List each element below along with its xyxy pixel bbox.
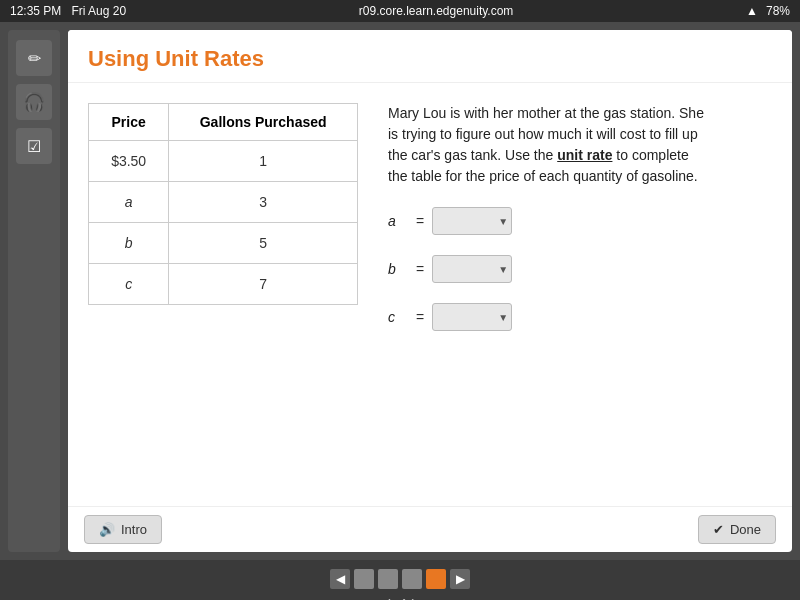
- price-table: Price Gallons Purchased $3.50 1 a 3: [88, 103, 358, 305]
- answer-row-a: a = $10.50 $7.00 $3.50: [388, 207, 772, 235]
- content-footer: 🔊 Intro ✔ Done: [68, 506, 792, 552]
- done-button[interactable]: ✔ Done: [698, 515, 776, 544]
- done-label: Done: [730, 522, 761, 537]
- equals-sign-a: =: [416, 213, 424, 229]
- content-panel: Using Unit Rates Price Gallons Purchased…: [68, 30, 792, 552]
- dropdown-wrapper-a: $10.50 $7.00 $3.50: [432, 207, 512, 235]
- sidebar: ✏ 🎧 ☑: [8, 30, 60, 552]
- price-header: Price: [89, 104, 169, 141]
- gallons-cell-2: 3: [169, 182, 358, 223]
- time: 12:35 PM: [10, 4, 61, 18]
- status-left: 12:35 PM Fri Aug 20: [10, 4, 126, 18]
- page-1-dot[interactable]: [354, 569, 374, 589]
- bottom-bar: ◀ ▶ 4 of 4: [0, 560, 800, 600]
- page-2-dot[interactable]: [378, 569, 398, 589]
- main-area: ✏ 🎧 ☑ Using Unit Rates Price Gallons Pur…: [0, 22, 800, 560]
- table-row: a 3: [89, 182, 358, 223]
- page-4-dot[interactable]: [426, 569, 446, 589]
- answer-dropdown-b[interactable]: $17.50 $14.00 $10.50: [432, 255, 512, 283]
- table-row: b 5: [89, 223, 358, 264]
- table-section: Price Gallons Purchased $3.50 1 a 3: [88, 103, 358, 486]
- equals-sign-c: =: [416, 309, 424, 325]
- page-prev-button[interactable]: ◀: [330, 569, 350, 589]
- page-title: Using Unit Rates: [88, 46, 772, 72]
- pencil-tool-button[interactable]: ✏: [16, 40, 52, 76]
- speaker-icon: 🔊: [99, 522, 115, 537]
- answer-row-b: b = $17.50 $14.00 $10.50: [388, 255, 772, 283]
- page-3-dot[interactable]: [402, 569, 422, 589]
- table-row: $3.50 1: [89, 141, 358, 182]
- problem-text: Mary Lou is with her mother at the gas s…: [388, 103, 708, 187]
- answer-row-c: c = $24.50 $21.00 $17.50: [388, 303, 772, 331]
- answer-label-b: b: [388, 261, 408, 277]
- pagination: ◀ ▶: [330, 569, 470, 589]
- quiz-button[interactable]: ☑: [16, 128, 52, 164]
- gallons-cell-3: 5: [169, 223, 358, 264]
- gallons-header: Gallons Purchased: [169, 104, 358, 141]
- table-row: c 7: [89, 264, 358, 305]
- url-bar: r09.core.learn.edgenuity.com: [359, 4, 514, 18]
- gallons-cell-1: 1: [169, 141, 358, 182]
- gallons-cell-4: 7: [169, 264, 358, 305]
- battery-level: 78%: [766, 4, 790, 18]
- price-cell-3: b: [89, 223, 169, 264]
- headphones-icon: 🎧: [23, 91, 45, 113]
- dropdown-wrapper-c: $24.50 $21.00 $17.50: [432, 303, 512, 331]
- check-icon: ☑: [27, 137, 41, 156]
- dropdown-wrapper-b: $17.50 $14.00 $10.50: [432, 255, 512, 283]
- pencil-icon: ✏: [28, 49, 41, 68]
- content-body: Price Gallons Purchased $3.50 1 a 3: [68, 83, 792, 506]
- page-next-button[interactable]: ▶: [450, 569, 470, 589]
- status-bar: 12:35 PM Fri Aug 20 r09.core.learn.edgen…: [0, 0, 800, 22]
- intro-button[interactable]: 🔊 Intro: [84, 515, 162, 544]
- answer-dropdown-c[interactable]: $24.50 $21.00 $17.50: [432, 303, 512, 331]
- answer-dropdown-a[interactable]: $10.50 $7.00 $3.50: [432, 207, 512, 235]
- audio-button[interactable]: 🎧: [16, 84, 52, 120]
- equals-sign-b: =: [416, 261, 424, 277]
- date: Fri Aug 20: [71, 4, 126, 18]
- check-done-icon: ✔: [713, 522, 724, 537]
- answer-label-c: c: [388, 309, 408, 325]
- answer-label-a: a: [388, 213, 408, 229]
- wifi-icon: ▲: [746, 4, 758, 18]
- price-cell-1: $3.50: [89, 141, 169, 182]
- right-section: Mary Lou is with her mother at the gas s…: [388, 103, 772, 486]
- intro-label: Intro: [121, 522, 147, 537]
- unit-rate-bold: unit rate: [557, 147, 612, 163]
- content-header: Using Unit Rates: [68, 30, 792, 83]
- price-cell-4: c: [89, 264, 169, 305]
- status-right: ▲ 78%: [746, 4, 790, 18]
- price-cell-2: a: [89, 182, 169, 223]
